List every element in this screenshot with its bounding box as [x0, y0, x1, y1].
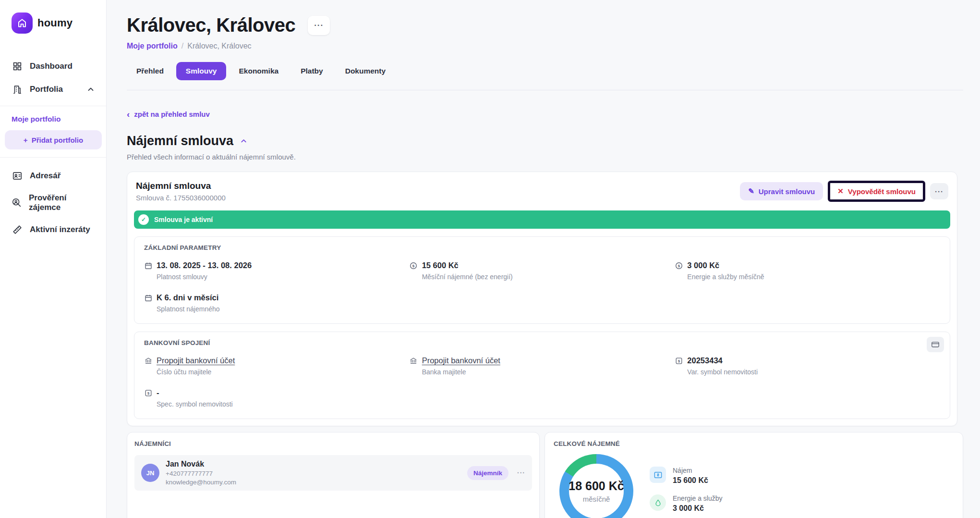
main-content: Královec, Královec ··· Moje portfolio / …	[107, 0, 980, 518]
ruler-icon	[12, 224, 23, 235]
tenant-name: Jan Novák	[166, 460, 236, 469]
param-platnost: 13. 08. 2025 - 13. 08. 2026 Platnost sml…	[144, 261, 410, 281]
page-title: Královec, Královec	[127, 14, 295, 36]
breadcrumb-separator: /	[181, 42, 183, 50]
sidebar-item-label: Prověření zájemce	[29, 193, 95, 212]
donut-center-sub: měsíčně	[583, 495, 610, 503]
bank-item-label: Var. symbol nemovitosti	[687, 368, 940, 376]
add-portfolio-label: Přidat portfolio	[32, 136, 84, 144]
page-menu-button[interactable]: ···	[308, 16, 330, 35]
tab-dokumenty[interactable]: Dokumenty	[336, 62, 395, 80]
sidebar-item-label: Portfolia	[30, 85, 63, 94]
add-portfolio-button[interactable]: + Přidat portfolio	[5, 130, 102, 149]
contract-more-button[interactable]: ···	[930, 183, 948, 199]
legend-label: Nájem	[673, 467, 708, 474]
credit-card-icon	[931, 340, 940, 349]
param-value: 15 600 Kč	[422, 261, 459, 270]
contact-card-icon	[12, 170, 23, 182]
sidebar-item-aktivni-inzeraty[interactable]: Aktivní inzeráty	[0, 218, 106, 241]
contract-number: Smlouva č. 1755036000000	[136, 194, 226, 202]
legend-item-najem: Nájem 15 600 Kč	[650, 467, 723, 485]
tenants-label: NÁJEMNÍCI	[134, 440, 532, 447]
sidebar-item-label: Adresář	[30, 171, 60, 181]
plus-icon: +	[24, 136, 28, 144]
svg-text:$: $	[678, 264, 680, 268]
tenant-row: JN Jan Novák +420777777777 knowledge@hou…	[134, 455, 532, 491]
logo[interactable]: houmy	[0, 12, 106, 34]
bank-item-label: Banka majitele	[422, 368, 675, 376]
tab-prehled[interactable]: Přehled	[127, 62, 173, 80]
legend-item-energie: Energie a služby 3 000 Kč	[650, 494, 723, 513]
sidebar-item-portfolia[interactable]: Portfolia	[0, 78, 106, 101]
back-link[interactable]: ‹ zpět na přehled smluv	[127, 110, 210, 119]
section-title: Nájemní smlouva	[127, 134, 233, 148]
connect-bank-link[interactable]: Propojit bankovní účet	[157, 356, 235, 365]
legend-value: 15 600 Kč	[673, 476, 708, 485]
basic-parameters-box: ZÁKLADNÍ PARAMETRY 13. 08. 2025 - 13. 08…	[134, 236, 950, 324]
breadcrumb-current: Královec, Královec	[187, 42, 251, 50]
param-label: Energie a služby měsíčně	[687, 273, 940, 281]
payment-card-button[interactable]	[927, 337, 944, 352]
tenant-phone: +420777777777	[166, 470, 236, 477]
focus-highlight-box: ✕ Vypovědět smlouvu	[828, 181, 925, 202]
divider	[0, 157, 106, 158]
legend-label: Energie a služby	[673, 494, 723, 502]
bank-connection-label: BANKOVNÍ SPOJENÍ	[144, 339, 940, 346]
param-label: Měsíční nájemné (bez energií)	[422, 273, 675, 281]
tab-platby[interactable]: Platby	[291, 62, 333, 80]
bank-account-owner: Propojit bankovní účet Číslo účtu majite…	[144, 356, 410, 376]
tab-smlouvy[interactable]: Smlouvy	[176, 62, 227, 80]
person-search-icon	[12, 197, 22, 209]
chevron-left-icon: ‹	[127, 110, 130, 119]
svg-text:$: $	[678, 359, 680, 363]
sidebar-item-dashboard[interactable]: Dashboard	[0, 55, 106, 78]
bank-item-label: Spec. symbol nemovitosti	[157, 400, 410, 408]
building-icon	[12, 84, 23, 95]
tenant-role-badge: Nájemník	[467, 466, 508, 480]
edit-contract-button[interactable]: ✎ Upravit smlouvu	[740, 182, 823, 200]
logo-text: houmy	[37, 17, 73, 29]
dashboard-icon	[12, 61, 23, 72]
param-value: 3 000 Kč	[687, 261, 719, 270]
basic-parameters-label: ZÁKLADNÍ PARAMETRY	[144, 244, 940, 251]
close-icon: ✕	[837, 187, 844, 196]
terminate-contract-label: Vypovědět smlouvu	[848, 187, 916, 196]
contract-card: Nájemní smlouva Smlouva č. 1755036000000…	[127, 172, 957, 426]
bank-owner-bank: Propojit bankovní účet Banka majitele	[410, 356, 675, 376]
breadcrumb-parent[interactable]: Moje portfolio	[127, 42, 178, 50]
chart-legend: Nájem 15 600 Kč Energie a služby 3 000 K…	[650, 467, 723, 518]
pencil-icon: ✎	[748, 187, 754, 196]
svg-text:$: $	[147, 391, 149, 395]
status-banner: ✓ Smlouva je aktivní	[134, 210, 950, 229]
chevron-up-icon[interactable]	[87, 86, 95, 93]
sidebar-item-moje-portfolio[interactable]: Moje portfolio	[0, 113, 106, 130]
collapse-chevron-icon[interactable]	[240, 137, 247, 145]
calendar-icon	[144, 261, 152, 270]
coin-icon: $	[410, 261, 418, 270]
bank-icon	[410, 357, 418, 365]
app-root: houmy Dashboard Portfolia Moje portfolio…	[0, 0, 980, 518]
coin-icon: $	[675, 261, 683, 270]
legend-value: 3 000 Kč	[673, 504, 723, 513]
contract-title: Nájemní smlouva	[136, 181, 226, 191]
param-value: 13. 08. 2025 - 13. 08. 2026	[157, 261, 252, 270]
rent-donut-chart: 18 600 Kč měsíčně	[559, 454, 633, 518]
tenant-more-button[interactable]: ···	[517, 469, 525, 477]
sidebar-item-provereni-zajemce[interactable]: Prověření zájemce	[0, 187, 106, 218]
param-label: Splatnost nájemného	[157, 305, 410, 313]
specific-symbol-value: -	[157, 388, 159, 397]
sidebar-item-adresar[interactable]: Adresář	[0, 164, 106, 187]
total-rent-card: CELKOVÉ NÁJEMNÉ 18 600 Kč měsíčně	[544, 432, 963, 518]
terminate-contract-button[interactable]: ✕ Vypovědět smlouvu	[830, 183, 923, 199]
droplet-icon	[650, 494, 666, 511]
total-rent-label: CELKOVÉ NÁJEMNÉ	[554, 440, 954, 447]
variable-symbol-value: 20253434	[687, 356, 722, 365]
specific-symbol: $ - Spec. symbol nemovitosti	[144, 388, 410, 408]
tab-ekonomika[interactable]: Ekonomika	[229, 62, 288, 80]
divider	[0, 106, 106, 106]
svg-text:$: $	[412, 264, 415, 268]
sidebar-item-label: Dashboard	[30, 62, 73, 71]
param-label: Platnost smlouvy	[157, 273, 410, 281]
connect-bank-link[interactable]: Propojit bankovní účet	[422, 356, 500, 365]
back-link-label: zpět na přehled smluv	[134, 110, 210, 118]
